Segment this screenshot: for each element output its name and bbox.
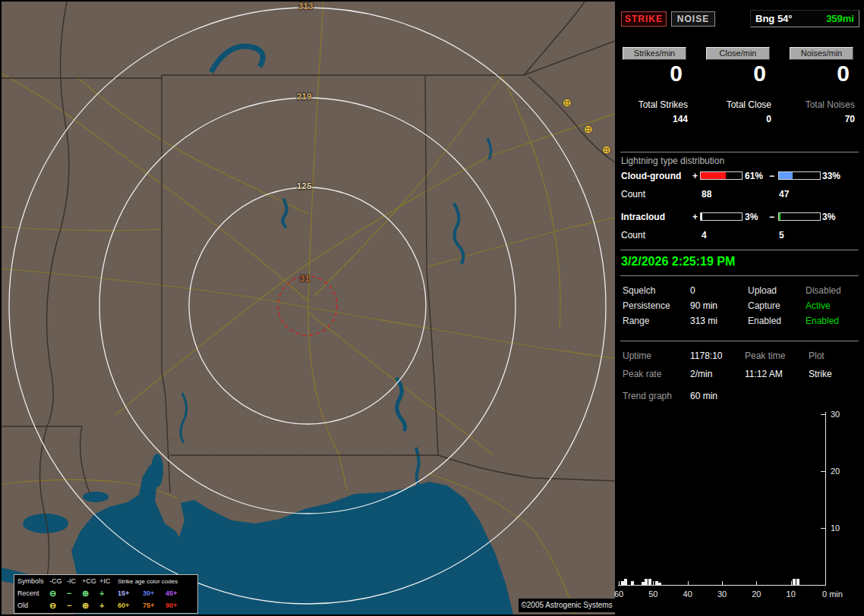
trend-graph-label: Trend graph [623, 391, 672, 401]
strike-symbol-icon: ⊕ [584, 124, 593, 134]
trend-bar [796, 579, 799, 585]
uptime-value: 1178:10 [690, 350, 723, 361]
peak-rate-value: 2/min [690, 369, 712, 379]
intracloud-label: Intracloud [621, 212, 665, 222]
ic-minus-count: 5 [779, 230, 784, 240]
plot-value: Strike [809, 369, 832, 379]
y-axis [825, 412, 826, 586]
lightning-map[interactable]: 313 219 125 31 ⊕⊕⊕ Symbols -CG -IC +CG +… [2, 2, 615, 614]
age-75: 75+ [143, 599, 166, 611]
y-tick-label: 30 [831, 410, 840, 419]
receiver-status: Enabled [806, 316, 839, 326]
y-tick [821, 471, 825, 472]
bearing-range-readout: Bng 54° 359mi [750, 10, 859, 27]
legend-age-title: Strike age color codes [118, 576, 188, 587]
map-legend: Symbols -CG -IC +CG +IC Strike age color… [14, 574, 198, 614]
status-panel: STRIKE NOISE Bng 54° 359mi Strikes/min C… [616, 0, 864, 616]
noise-toggle-button[interactable]: NOISE [671, 11, 715, 27]
cg-plus-fill [701, 172, 726, 179]
age-15: 15+ [118, 587, 143, 599]
strike-symbol-icon: ⊕ [563, 97, 572, 108]
minus-sign: − [769, 212, 774, 222]
close-per-min-header[interactable]: Close/min [706, 47, 770, 60]
noises-per-min-header[interactable]: Noises/min [790, 47, 853, 60]
total-noises-label: Total Noises [784, 99, 855, 110]
upload-label: Upload [748, 285, 777, 296]
intracloud-count-row: Count 4 5 [616, 230, 864, 240]
pos-cg-old-icon: ⊕ [82, 599, 99, 611]
neg-cg-old-icon: ⊖ [49, 599, 67, 611]
cloud-ground-row: Cloud-ground + 61% − 33% [616, 171, 864, 181]
divider [620, 250, 859, 250]
trend-bar [793, 579, 796, 585]
cg-minus-bar [778, 171, 821, 180]
distribution-title: Lightning type distribution [621, 156, 724, 166]
age-60: 60+ [118, 599, 143, 611]
minus-sign: − [769, 171, 774, 181]
trend-window-value: 60 min [690, 391, 717, 401]
range-value: 313 mi [690, 316, 717, 326]
ring-label-313: 313 [298, 2, 314, 11]
receiver-label: Enabled [748, 316, 781, 326]
range-label: Range [623, 316, 649, 326]
trend-bar [621, 581, 624, 585]
strikes-per-min-header[interactable]: Strikes/min [623, 47, 686, 60]
x-tick [791, 581, 792, 585]
pos-ic-old-icon: + [99, 599, 118, 611]
x-tick [619, 581, 620, 585]
squelch-value: 0 [690, 285, 695, 296]
legend-row-recent-label: Recent [17, 587, 49, 599]
strike-toggle-button[interactable]: STRIKE [621, 11, 667, 27]
x-tick [653, 581, 654, 585]
cg-minus-count: 47 [779, 189, 789, 200]
bearing-value: Bng 54° [755, 13, 793, 24]
ic-plus-percent: 3% [745, 212, 758, 222]
legend-title: Symbols [17, 576, 49, 587]
neg-cg-recent-icon: ⊖ [49, 587, 67, 599]
ic-minus-bar [778, 212, 821, 221]
cg-plus-percent: 61% [745, 171, 763, 181]
legend-col-neg-ic: -IC [67, 576, 82, 587]
ring-label-219: 219 [297, 92, 312, 101]
legend-col-pos-ic: +IC [99, 576, 118, 587]
x-tick [688, 581, 689, 585]
neg-ic-recent-icon: − [67, 587, 82, 599]
y-tick-label: 20 [831, 467, 840, 476]
close-per-min-value: 0 [706, 61, 770, 88]
bearing-distance-value: 359mi [826, 13, 854, 24]
trend-bar [624, 579, 627, 585]
x-tick-label: 20 [749, 589, 764, 599]
cg-plus-count: 88 [702, 189, 711, 200]
persistence-label: Persistence [623, 300, 670, 311]
trend-bar [648, 579, 651, 585]
x-tick [756, 581, 757, 585]
uptime-label: Uptime [623, 350, 651, 361]
x-tick-label: 30 [714, 589, 730, 599]
ic-minus-percent: 3% [822, 212, 835, 222]
trend-bar [645, 579, 648, 585]
strike-symbol-icon: ⊕ [602, 144, 611, 155]
plus-sign: + [692, 212, 698, 222]
count-label: Count [621, 189, 645, 200]
persistence-value: 90 min [690, 300, 717, 311]
total-strikes-value: 144 [616, 114, 688, 124]
ic-plus-fill [701, 213, 702, 220]
capture-label: Capture [748, 300, 780, 311]
copyright-notice: ©2005 Astrogenic Systems [519, 599, 615, 612]
age-90: 90+ [166, 599, 188, 611]
peak-time-value: 11:12 AM [745, 369, 783, 379]
divider [620, 275, 859, 276]
total-strikes-label: Total Strikes [616, 99, 688, 110]
count-label: Count [621, 230, 645, 240]
cloud-ground-label: Cloud-ground [621, 171, 681, 181]
plot-label: Plot [809, 350, 825, 361]
upload-status: Disabled [806, 285, 841, 296]
x-tick-label: 0 min [822, 589, 851, 599]
pos-cg-recent-icon: ⊕ [82, 587, 99, 599]
capture-status: Active [806, 300, 831, 311]
cg-minus-percent: 33% [822, 171, 840, 181]
trend-bar [658, 583, 661, 585]
divider [620, 152, 859, 152]
cg-minus-fill [779, 172, 793, 179]
y-tick-label: 10 [831, 523, 840, 533]
